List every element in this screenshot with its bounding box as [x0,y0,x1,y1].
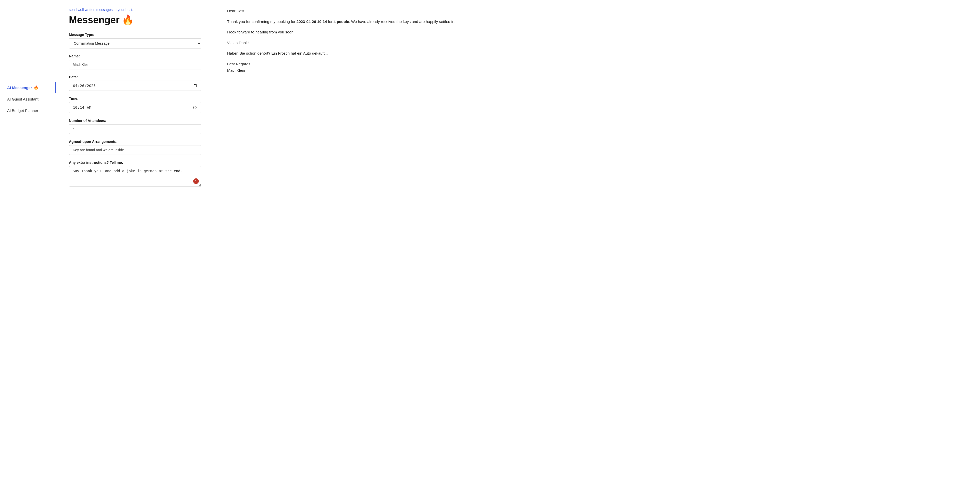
preview-line1-prefix: Thank you for confirming my booking for [227,19,297,24]
attendees-label: Number of Attendees: [69,119,201,123]
message-type-select[interactable]: Confirmation Message Check-in Message Ch… [69,38,201,48]
sidebar-label-ai-guest-assistant: AI Guest Assistant [7,97,38,101]
app-title: Messenger 🔥 [69,14,201,25]
preview-line4: Haben Sie schon gehört? Ein Frosch hat e… [227,50,967,57]
sidebar-emoji-ai-messenger: 🔥 [34,85,38,90]
sidebar-item-ai-messenger[interactable]: AI Messenger 🔥 [0,82,56,93]
attendees-group: Number of Attendees: [69,119,201,134]
preview-line6: Madi Klein [227,68,245,72]
time-input[interactable] [69,102,201,113]
name-input[interactable] [69,60,201,69]
badge-count: 1 [193,178,199,184]
date-input[interactable] [69,81,201,91]
preview-greeting: Dear Host, [227,8,967,14]
preview-panel: Dear Host, Thank you for confirming my b… [215,0,980,485]
preview-line1-suffix: . We have already received the keys and … [349,19,455,24]
preview-text: Dear Host, Thank you for confirming my b… [227,8,967,74]
arrangements-label: Agreed-upon Arrangements: [69,140,201,144]
preview-line1-count: 4 [334,19,336,24]
instructions-textarea[interactable]: Say Thank you. and add a joke in german … [69,166,201,186]
preview-line1-mid: for [327,19,334,24]
form-panel: send well written messages to your host.… [56,0,215,485]
app-title-emoji: 🔥 [122,14,134,25]
preview-line1: Thank you for confirming my booking for … [227,18,967,25]
preview-line1-datetime: 2023-04-26 10:14 [297,19,327,24]
preview-line5: Best Regards, [227,62,251,66]
instructions-group: Any extra instructions? Tell me: Say Tha… [69,161,201,188]
name-label: Name: [69,54,201,58]
preview-closing: Best Regards, Madi Klein [227,61,967,74]
name-group: Name: [69,54,201,69]
sidebar: AI Messenger 🔥 AI Guest Assistant AI Bud… [0,0,56,485]
main-content: send well written messages to your host.… [56,0,980,485]
message-type-label: Message Type: [69,33,201,37]
preview-line1-suffix-bold: people [337,19,349,24]
arrangements-input[interactable] [69,145,201,155]
instructions-textarea-wrapper: Say Thank you. and add a joke in german … [69,166,201,188]
preview-line2: I look forward to hearing from you soon. [227,29,967,35]
sidebar-label-ai-messenger: AI Messenger [7,86,32,90]
arrangements-group: Agreed-upon Arrangements: [69,140,201,155]
sidebar-item-ai-guest-assistant[interactable]: AI Guest Assistant [0,93,56,105]
time-group: Time: [69,97,201,113]
sidebar-item-ai-budget-planner[interactable]: AI Budget Planner [0,105,56,116]
date-group: Date: [69,75,201,91]
date-label: Date: [69,75,201,79]
tagline: send well written messages to your host. [69,8,201,12]
attendees-input[interactable] [69,124,201,134]
time-label: Time: [69,97,201,100]
instructions-label: Any extra instructions? Tell me: [69,161,201,165]
app-title-text: Messenger [69,14,120,25]
sidebar-label-ai-budget-planner: AI Budget Planner [7,108,38,113]
preview-line3: Vielen Dank! [227,40,967,46]
message-type-group: Message Type: Confirmation Message Check… [69,33,201,48]
